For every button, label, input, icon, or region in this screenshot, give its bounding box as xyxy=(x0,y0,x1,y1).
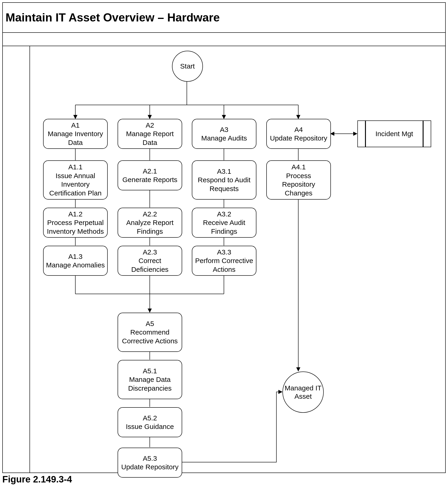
node-a3-2: A3.2 Receive Audit Findings xyxy=(192,208,256,238)
page-title: Maintain IT Asset Overview – Hardware xyxy=(6,11,220,24)
node-a3-1-id: A3.1 xyxy=(217,167,231,176)
node-a1-3-id: A1.3 xyxy=(68,252,82,261)
node-a1-2: A1.2 Process Perpetual Inventory Methods xyxy=(43,208,108,238)
node-a3: A3 Manage Audits xyxy=(192,119,256,149)
node-a3-label: Manage Audits xyxy=(201,134,247,143)
node-a5-1-label: Manage Data Discrepancies xyxy=(120,375,180,392)
end-node: Managed IT Asset xyxy=(282,372,324,413)
node-a1-1: A1.1 Issue Annual Inventory Certificatio… xyxy=(43,160,108,200)
node-a2-1: A2.1 Generate Reports xyxy=(118,160,182,190)
node-a2-2: A2.2 Analyze Report Findings xyxy=(118,208,182,238)
node-a4-1-label: Process Repository Changes xyxy=(269,171,328,197)
node-a2-1-label: Generate Reports xyxy=(122,175,177,184)
node-a3-1-label: Respond to Audit Requests xyxy=(194,176,254,193)
node-a5-3-id: A5.3 xyxy=(143,454,157,463)
node-a5-2-id: A5.2 xyxy=(143,414,157,423)
node-a3-id: A3 xyxy=(220,125,229,134)
node-a3-3-label: Perform Corrective Actions xyxy=(194,256,254,274)
outer-frame: Maintain IT Asset Overview – Hardware xyxy=(2,2,446,473)
node-a2-id: A2 xyxy=(146,121,154,130)
node-a2-3-label: Correct Deficiencies xyxy=(120,256,180,274)
node-a2-1-id: A2.1 xyxy=(143,167,157,176)
node-a1-id: A1 xyxy=(71,121,80,130)
flowchart-area: Start A1 Manage Inventory Data A2 Manage… xyxy=(30,46,445,472)
node-a5-id: A5 xyxy=(146,319,154,328)
node-a1-2-label: Process Perpetual Inventory Methods xyxy=(45,218,105,236)
node-a1: A1 Manage Inventory Data xyxy=(43,119,108,149)
node-a2-3-id: A2.3 xyxy=(143,248,157,257)
node-a4-label: Update Repository xyxy=(270,134,327,143)
node-a2-2-label: Analyze Report Findings xyxy=(120,218,180,236)
incident-left-bar xyxy=(357,121,366,147)
node-a1-1-label: Issue Annual Inventory Certification Pla… xyxy=(45,171,105,197)
node-a2-label: Manage Report Data xyxy=(120,130,180,147)
node-a1-1-id: A1.1 xyxy=(68,163,82,171)
node-a3-2-label: Receive Audit Findings xyxy=(194,218,254,236)
side-column xyxy=(3,46,30,472)
node-a1-3-label: Manage Anomalies xyxy=(46,261,105,269)
node-incident-mgt: Incident Mgt xyxy=(366,121,423,147)
node-a5-3-label: Update Repository xyxy=(121,463,178,472)
incident-right-bar xyxy=(423,121,431,147)
node-a5-2-label: Issue Guidance xyxy=(126,422,174,431)
end-label: Managed IT Asset xyxy=(283,384,323,400)
node-a4-id: A4 xyxy=(295,125,303,134)
node-a2-3: A2.3 Correct Deficiencies xyxy=(118,246,182,276)
node-a3-2-id: A3.2 xyxy=(217,210,231,219)
node-a3-1: A3.1 Respond to Audit Requests xyxy=(192,160,256,200)
title-bar: Maintain IT Asset Overview – Hardware xyxy=(3,3,445,33)
start-node: Start xyxy=(172,51,203,82)
node-a5-label: Recommend Corrective Actions xyxy=(120,328,180,345)
node-a2: A2 Manage Report Data xyxy=(118,119,182,149)
node-a3-3: A3.3 Perform Corrective Actions xyxy=(192,246,256,276)
node-a4: A4 Update Repository xyxy=(266,119,331,149)
node-a2-2-id: A2.2 xyxy=(143,210,157,219)
page: Maintain IT Asset Overview – Hardware xyxy=(0,0,448,488)
start-label: Start xyxy=(180,62,195,70)
node-a1-2-id: A1.2 xyxy=(68,210,82,219)
node-a4-1: A4.1 Process Repository Changes xyxy=(266,160,331,200)
node-a5-2: A5.2 Issue Guidance xyxy=(118,407,182,437)
node-a1-label: Manage Inventory Data xyxy=(45,130,105,147)
node-a5: A5 Recommend Corrective Actions xyxy=(118,313,182,352)
incident-label: Incident Mgt xyxy=(375,130,413,138)
node-a5-1-id: A5.1 xyxy=(143,367,157,375)
node-a5-3: A5.3 Update Repository xyxy=(118,448,182,478)
node-a4-1-id: A4.1 xyxy=(291,163,306,171)
header-gap-row xyxy=(3,33,445,46)
figure-caption: Figure 2.149.3-4 xyxy=(2,474,72,485)
node-a3-3-id: A3.3 xyxy=(217,248,231,257)
node-a1-3: A1.3 Manage Anomalies xyxy=(43,246,108,276)
node-a5-1: A5.1 Manage Data Discrepancies xyxy=(118,360,182,399)
